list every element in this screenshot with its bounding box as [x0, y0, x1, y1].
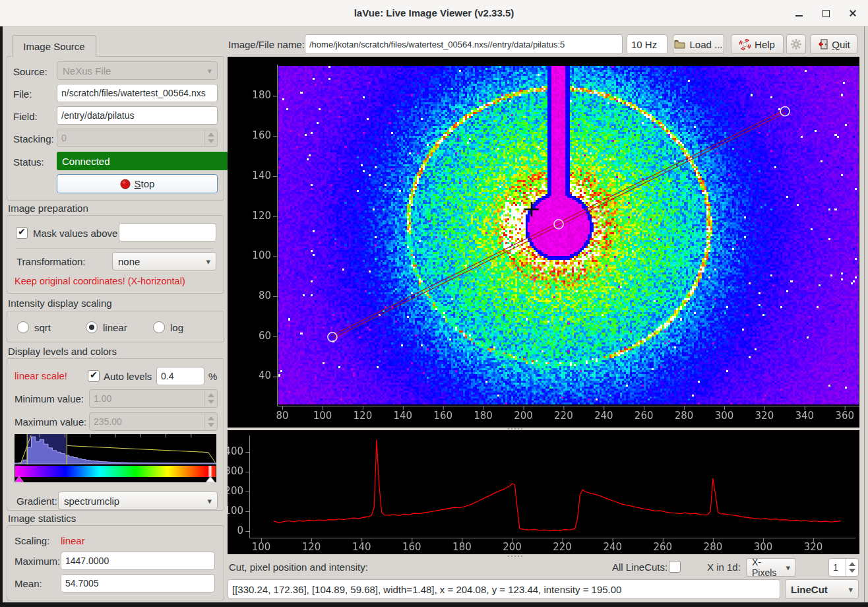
- level-max-handle-icon[interactable]: [206, 476, 215, 482]
- radio-linear[interactable]: [86, 321, 98, 333]
- stacking-value: 0: [61, 133, 67, 143]
- spin-arrows-icon[interactable]: [204, 129, 217, 146]
- settings-button[interactable]: [786, 34, 806, 54]
- field-label: Field:: [13, 111, 38, 122]
- folder-icon: [674, 40, 685, 49]
- stats-maximum-value: 1447.0000: [65, 556, 109, 566]
- minimize-button[interactable]: [794, 9, 805, 18]
- help-button[interactable]: Help: [731, 34, 784, 54]
- cut-count-spinbox[interactable]: 1: [828, 558, 859, 577]
- spin-arrows-icon[interactable]: [846, 559, 858, 576]
- source-label: Source:: [13, 66, 47, 77]
- tool-value: LineCut: [791, 584, 828, 595]
- x-in-1d-label: X in 1d:: [707, 561, 741, 573]
- quit-button[interactable]: Quit: [810, 34, 857, 54]
- stats-mean-field[interactable]: 54.7005: [61, 574, 215, 592]
- quit-button-label: Quit: [832, 39, 850, 50]
- load-button[interactable]: Load ...: [673, 34, 724, 54]
- auto-levels-input[interactable]: 0.4: [156, 367, 204, 385]
- gradient-bar[interactable]: [15, 466, 216, 477]
- cut-count-value: 1: [833, 562, 838, 573]
- minimum-label: Minimum value:: [15, 393, 84, 404]
- mask-label: Mask values above:: [33, 228, 121, 239]
- transformation-select[interactable]: none: [112, 252, 216, 271]
- radio-linear-label: linear: [103, 322, 127, 333]
- window-bottom-border: [0, 602, 868, 607]
- radio-log[interactable]: [153, 321, 165, 333]
- scale-note: linear scale!: [15, 370, 67, 381]
- mask-checkbox[interactable]: [16, 227, 28, 239]
- cut-info-field[interactable]: [[330.24, 172.36], [104.89, 59.68], widt…: [228, 579, 780, 599]
- x-in-1d-select[interactable]: X-Pixels: [746, 558, 796, 577]
- stats-scaling-value: linear: [61, 535, 85, 546]
- cut-info-value: [[330.24, 172.36], [104.89, 59.68], widt…: [232, 584, 621, 595]
- gradient-select[interactable]: spectrumclip: [58, 492, 218, 510]
- coordinates-warning: Keep original coordinates! (X-horizontal…: [15, 276, 185, 286]
- window-right-border: [864, 26, 865, 602]
- mask-value-input[interactable]: [119, 223, 216, 241]
- status-value: Connected: [62, 156, 110, 167]
- maximize-button[interactable]: [821, 9, 831, 18]
- gradient-label: Gradient:: [16, 495, 57, 507]
- percent-label: %: [208, 371, 217, 382]
- spin-arrows-icon[interactable]: [204, 413, 217, 430]
- file-input[interactable]: n/scratch/files/watertest_00564.nxs: [57, 84, 218, 102]
- minimum-spinbox[interactable]: 1.00: [89, 389, 218, 408]
- stats-maximum-label: Maximum:: [15, 556, 60, 567]
- source-value: NeXus File: [63, 65, 111, 77]
- all-linecuts-checkbox[interactable]: [669, 561, 681, 573]
- file-value: n/scratch/files/watertest_00564.nxs: [61, 88, 206, 98]
- filename-input[interactable]: /home/jkotan/scratch/files/watertest_005…: [305, 34, 623, 54]
- stats-scaling-label: Scaling:: [15, 535, 49, 546]
- stop-button-label: Stop: [135, 178, 155, 189]
- x-in-1d-value: X-Pixels: [752, 557, 780, 578]
- intensity-scaling-header: Intensity display scaling: [8, 298, 112, 309]
- transformation-value: none: [118, 256, 140, 267]
- auto-levels-checkbox[interactable]: [88, 370, 100, 382]
- gradient-value: spectrumclip: [64, 495, 119, 507]
- app-window: laVue: Live Image Viewer (v2.33.5) Image…: [0, 0, 868, 607]
- radio-log-label: log: [170, 322, 183, 333]
- stacking-label: Stacking:: [13, 133, 54, 144]
- image-statistics-header: Image statistics: [8, 513, 76, 524]
- maximum-label: Maximum value:: [15, 416, 86, 428]
- auto-levels-label: Auto levels: [104, 371, 152, 382]
- refresh-rate-field[interactable]: 10 Hz: [627, 34, 667, 54]
- window-left-border: [0, 26, 3, 604]
- levels-histogram-widget[interactable]: [15, 434, 216, 482]
- help-button-label: Help: [755, 39, 775, 50]
- lifebuoy-icon: [739, 39, 751, 50]
- stop-sign-icon: [120, 179, 131, 189]
- status-label: Status:: [13, 156, 44, 168]
- field-input[interactable]: /entry/data/pilatus: [57, 106, 218, 125]
- linecut-profile-plot[interactable]: [228, 430, 859, 554]
- stop-button[interactable]: Stop: [57, 174, 218, 193]
- maximum-spinbox[interactable]: 235.00: [89, 412, 218, 431]
- tab-image-source[interactable]: Image Source: [12, 35, 96, 57]
- auto-levels-value: 0.4: [161, 371, 173, 381]
- file-label: File:: [13, 88, 32, 100]
- level-min-handle-icon[interactable]: [15, 476, 24, 482]
- titlebar: laVue: Live Image Viewer (v2.33.5): [0, 0, 868, 27]
- filename-value: /home/jkotan/scratch/files/watertest_005…: [309, 40, 565, 49]
- spin-arrows-icon[interactable]: [204, 390, 217, 407]
- detector-image-plot[interactable]: [228, 57, 859, 428]
- status-badge: Connected: [57, 152, 228, 170]
- radio-sqrt[interactable]: [17, 321, 29, 333]
- gear-icon: [790, 38, 802, 50]
- separator: [16, 248, 214, 249]
- stats-maximum-field[interactable]: 1447.0000: [61, 552, 215, 570]
- load-button-label: Load ...: [689, 39, 722, 50]
- splitter-handle-2[interactable]: [508, 555, 522, 558]
- stats-mean-value: 54.7005: [65, 578, 99, 589]
- tab-label: Image Source: [23, 41, 84, 52]
- image-preparation-header: Image preparation: [8, 203, 88, 214]
- tool-select[interactable]: LineCut: [785, 579, 859, 599]
- stacking-spinbox[interactable]: 0: [57, 129, 218, 147]
- source-select[interactable]: NeXus File: [57, 61, 218, 80]
- quit-mnemonic: Q: [832, 39, 840, 50]
- window-title: laVue: Live Image Viewer (v2.33.5): [0, 0, 868, 26]
- minimum-value: 1.00: [94, 393, 111, 404]
- close-button[interactable]: [848, 9, 858, 18]
- histogram-canvas[interactable]: [15, 434, 216, 464]
